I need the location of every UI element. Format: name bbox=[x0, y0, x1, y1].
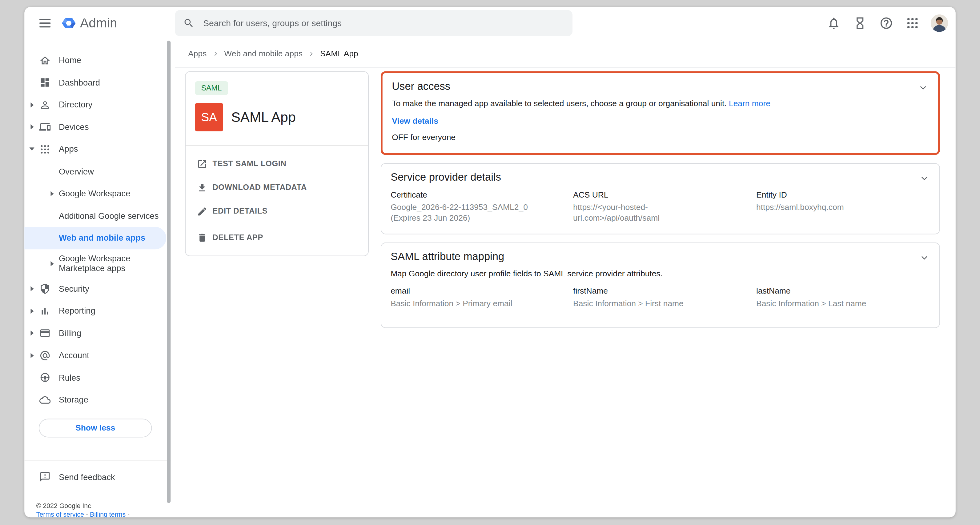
service-provider-details-panel[interactable]: Service provider details Certificate Goo… bbox=[381, 163, 940, 234]
breadcrumb-current: SAML App bbox=[320, 49, 358, 58]
sidebar-item-google-workspace[interactable]: Google Workspace bbox=[24, 183, 166, 205]
apps-grid-icon bbox=[905, 16, 920, 30]
content-body: SAML SA SAML App TEST SAML LOGIN DOWNLOA… bbox=[185, 71, 940, 328]
sidebar-item-label: Directory bbox=[59, 100, 93, 109]
test-saml-login-button[interactable]: TEST SAML LOGIN bbox=[186, 152, 368, 175]
footer-separator: - bbox=[86, 510, 88, 517]
sidebar-item-label: Apps bbox=[59, 145, 78, 154]
breadcrumb-apps[interactable]: Apps bbox=[188, 49, 207, 58]
chevron-right-icon bbox=[51, 191, 54, 196]
app-actions: TEST SAML LOGIN DOWNLOAD METADATA EDIT D… bbox=[186, 146, 368, 249]
chevron-right-icon bbox=[30, 353, 33, 358]
bell-icon bbox=[827, 16, 841, 30]
field-lastname: lastName Basic Information > Last name bbox=[756, 286, 930, 309]
terms-of-service-link[interactable]: Terms of service bbox=[36, 510, 84, 517]
trash-icon bbox=[197, 232, 208, 243]
sidebar-item-rules[interactable]: Rules bbox=[24, 366, 166, 389]
sidebar-item-directory[interactable]: Directory bbox=[24, 94, 166, 116]
help-button[interactable] bbox=[876, 13, 897, 34]
show-less-button[interactable]: Show less bbox=[39, 418, 152, 437]
app-summary-card: SAML SA SAML App TEST SAML LOGIN DOWNLOA… bbox=[185, 71, 369, 256]
app-name: SAML App bbox=[231, 109, 296, 125]
sidebar-item-account[interactable]: Account bbox=[24, 344, 166, 366]
sidebar-item-reporting[interactable]: Reporting bbox=[24, 300, 166, 322]
sidebar-scrollbar[interactable] bbox=[167, 41, 170, 503]
sidebar-item-apps-overview[interactable]: Overview bbox=[24, 160, 166, 183]
sidebar-item-workspace-marketplace-apps[interactable]: Google Workspace Marketplace apps bbox=[24, 249, 166, 278]
chevron-right-icon bbox=[307, 49, 315, 57]
chevron-down-icon[interactable] bbox=[918, 251, 931, 264]
panel-title: Service provider details bbox=[391, 171, 930, 184]
app-initials-tile: SA bbox=[195, 103, 223, 131]
at-sign-icon bbox=[40, 350, 51, 361]
notifications-button[interactable] bbox=[823, 13, 844, 34]
sidebar-item-dashboard[interactable]: Dashboard bbox=[24, 72, 166, 94]
breadcrumb-web-and-mobile-apps[interactable]: Web and mobile apps bbox=[224, 49, 302, 58]
panel-description: Map Google directory user profile fields… bbox=[391, 269, 930, 278]
field-label: Entity ID bbox=[756, 190, 930, 199]
chevron-right-icon bbox=[30, 331, 33, 336]
download-icon bbox=[197, 182, 208, 193]
delete-app-button[interactable]: DELETE APP bbox=[186, 226, 368, 249]
user-access-status: OFF for everyone bbox=[392, 132, 929, 142]
dashboard-icon bbox=[40, 77, 51, 88]
chevron-right-icon bbox=[30, 286, 33, 291]
edit-details-button[interactable]: EDIT DETAILS bbox=[186, 199, 368, 223]
action-label: DELETE APP bbox=[212, 233, 263, 242]
panel-title: SAML attribute mapping bbox=[391, 250, 930, 263]
person-icon bbox=[40, 99, 51, 110]
sidebar-item-apps[interactable]: Apps bbox=[24, 138, 166, 160]
sidebar-item-devices[interactable]: Devices bbox=[24, 116, 166, 138]
chevron-down-icon[interactable] bbox=[917, 81, 929, 94]
sidebar-item-label: Overview bbox=[59, 167, 94, 176]
feedback-icon bbox=[40, 471, 51, 482]
field-value: Basic Information > Last name bbox=[756, 299, 916, 309]
google-apps-button[interactable] bbox=[902, 13, 923, 34]
chevron-right-icon bbox=[30, 125, 33, 130]
sidebar-item-storage[interactable]: Storage bbox=[24, 389, 166, 411]
download-metadata-button[interactable]: DOWNLOAD METADATA bbox=[186, 176, 368, 199]
help-icon bbox=[879, 16, 893, 30]
field-value: Google_2026-6-22-113953_SAML2_0 (Expires… bbox=[391, 202, 550, 223]
panel-description: To make the managed app available to sel… bbox=[392, 99, 929, 108]
sidebar-footer: © 2022 Google Inc. Terms of service - Bi… bbox=[36, 502, 130, 518]
field-value: Basic Information > First name bbox=[573, 299, 733, 309]
sidebar-item-label: Account bbox=[59, 351, 89, 360]
main-menu-button[interactable] bbox=[40, 19, 51, 27]
sidebar-item-billing[interactable]: Billing bbox=[24, 322, 166, 344]
field-entity-id: Entity ID https://saml.boxyhq.com bbox=[756, 190, 930, 223]
field-label: lastName bbox=[756, 286, 930, 296]
account-avatar[interactable] bbox=[931, 14, 948, 32]
view-details-link[interactable]: View details bbox=[392, 116, 929, 126]
sidebar-item-additional-google-services[interactable]: Additional Google services bbox=[24, 205, 166, 227]
saml-attribute-mapping-panel[interactable]: SAML attribute mapping Map Google direct… bbox=[381, 242, 940, 328]
field-label: firstName bbox=[573, 286, 756, 296]
top-bar-actions bbox=[823, 7, 948, 40]
apps-icon bbox=[40, 144, 51, 155]
billing-terms-link[interactable]: Billing terms bbox=[90, 510, 126, 517]
chevron-right-icon bbox=[30, 309, 33, 313]
sidebar-item-web-and-mobile-apps[interactable]: Web and mobile apps bbox=[24, 227, 166, 249]
sidebar-item-label: Google Workspace Marketplace apps bbox=[59, 253, 153, 273]
edit-pencil-icon bbox=[197, 206, 208, 216]
attribute-mapping-fields: email Basic Information > Primary email … bbox=[391, 286, 930, 309]
user-access-panel[interactable]: User access To make the managed app avai… bbox=[381, 71, 940, 155]
app-type-badge: SAML bbox=[195, 81, 228, 95]
sidebar-item-home[interactable]: Home bbox=[24, 49, 166, 72]
panel-title: User access bbox=[392, 81, 929, 93]
cloud-icon bbox=[40, 394, 51, 406]
sidebar-item-label: Dashboard bbox=[59, 78, 100, 87]
chevron-down-icon[interactable] bbox=[918, 172, 931, 185]
tasks-button[interactable] bbox=[850, 13, 871, 34]
shield-icon bbox=[40, 283, 51, 294]
learn-more-link[interactable]: Learn more bbox=[729, 99, 770, 108]
search-input[interactable] bbox=[202, 18, 563, 29]
send-feedback-button[interactable]: Send feedback bbox=[24, 466, 166, 488]
send-feedback-label: Send feedback bbox=[59, 472, 115, 481]
devices-icon bbox=[40, 121, 51, 133]
field-label: Certificate bbox=[391, 190, 573, 199]
sidebar-item-label: Devices bbox=[59, 122, 89, 131]
sidebar-item-label: Web and mobile apps bbox=[59, 233, 145, 242]
sidebar-item-security[interactable]: Security bbox=[24, 278, 166, 300]
global-search[interactable] bbox=[175, 10, 573, 36]
